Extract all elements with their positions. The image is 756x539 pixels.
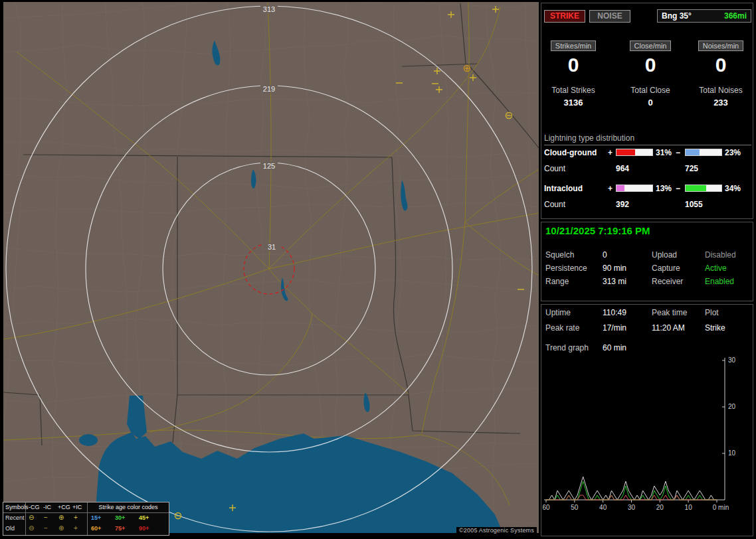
pos-cg-icon: ⊕ <box>58 514 64 521</box>
ic-positive-bar <box>616 185 653 192</box>
bearing-distance-display: Bng 35° 366mi <box>657 9 751 23</box>
legend-symbols-header: Symbols <box>5 504 29 510</box>
lightning-map[interactable]: 31321912531 <box>3 2 539 533</box>
counters-section: STRIKE NOISE Bng 35° 366mi Strikes/min C… <box>541 3 753 219</box>
cg-negative-bar <box>685 149 722 156</box>
app-window: 31321912531 Symbols -CG -IC +CG +IC Stri… <box>0 0 756 539</box>
capture-label: Capture <box>652 264 680 273</box>
stats-trend-section: Uptime 110:49 Peak time Plot Peak rate 1… <box>541 304 753 536</box>
total-strikes-label: Total Strikes <box>541 86 605 95</box>
squelch-value: 0 <box>603 250 607 260</box>
bearing-value: Bng 35° <box>662 11 692 21</box>
trend-window-value: 60 min <box>603 343 626 352</box>
minus-sign: − <box>676 184 680 193</box>
neg-cg-icon: ⊖ <box>29 525 34 532</box>
svg-text:60: 60 <box>543 504 550 511</box>
svg-text:50: 50 <box>571 504 579 511</box>
age-code-45: 45+ <box>139 514 149 521</box>
capture-status: Active <box>705 264 727 273</box>
plus-sign: + <box>608 184 613 193</box>
receiver-label: Receiver <box>652 277 683 286</box>
persistence-value: 90 min <box>603 264 626 273</box>
uptime-value: 110:49 <box>603 308 626 317</box>
status-section: 10/21/2025 7:19:16 PM Squelch 0 Upload D… <box>541 222 753 301</box>
trend-graph-label: Trend graph <box>545 343 589 352</box>
count-label: Count <box>544 164 565 173</box>
svg-text:219: 219 <box>263 85 275 93</box>
cloud-ground-row: Cloud-ground + 31% − 23% <box>544 148 751 157</box>
plot-label: Plot <box>705 308 719 317</box>
svg-text:40: 40 <box>599 504 607 511</box>
svg-text:20: 20 <box>728 403 736 410</box>
strike-indicator-button[interactable]: STRIKE <box>544 10 585 23</box>
cg-positive-percent: 31% <box>656 148 672 157</box>
peak-rate-value: 17/min <box>603 323 626 333</box>
strikes-per-min-value: 0 <box>541 54 605 76</box>
distance-value: 366mi <box>724 11 747 21</box>
total-noises-value: 233 <box>689 98 753 108</box>
legend-row-old-label: Old <box>5 525 15 532</box>
age-code-15: 15+ <box>91 514 101 521</box>
intracloud-label: Intracloud <box>544 184 583 193</box>
cg-negative-percent: 23% <box>725 148 741 157</box>
legend-row-recent-label: Recent <box>5 514 25 521</box>
age-code-60: 60+ <box>91 525 101 532</box>
range-value: 313 mi <box>603 277 626 286</box>
cloud-ground-label: Cloud-ground <box>544 148 597 157</box>
neg-ic-icon: − <box>44 525 48 532</box>
total-close-value: 0 <box>618 98 682 108</box>
upload-label: Upload <box>652 250 677 260</box>
cg-positive-bar <box>616 149 653 156</box>
svg-text:30: 30 <box>728 356 736 364</box>
range-label: Range <box>545 277 569 286</box>
trend-series-total-strikes <box>546 477 717 500</box>
age-code-30: 30+ <box>115 514 125 521</box>
copyright-text: ©2005 Astrogenic Systems <box>456 527 537 534</box>
close-per-min-value: 0 <box>618 54 682 76</box>
noises-per-min-label: Noises/min <box>698 40 743 51</box>
age-code-75: 75+ <box>115 525 125 532</box>
intracloud-row: Intracloud + 13% − 34% <box>544 184 751 193</box>
svg-text:125: 125 <box>263 162 275 170</box>
svg-text:0 min: 0 min <box>713 504 729 511</box>
strikes-per-min-label: Strikes/min <box>551 40 596 51</box>
cg-negative-count: 725 <box>685 164 698 173</box>
uptime-label: Uptime <box>545 308 571 317</box>
noise-indicator-button[interactable]: NOISE <box>589 10 630 23</box>
neg-ic-icon: − <box>44 514 48 521</box>
svg-text:20: 20 <box>656 504 664 511</box>
close-per-min-label: Close/min <box>630 40 672 51</box>
minus-sign: − <box>676 148 680 157</box>
trend-series-cloud-ground <box>546 495 717 500</box>
persistence-label: Persistence <box>545 264 587 273</box>
pos-cg-icon: ⊕ <box>58 525 64 532</box>
total-close-label: Total Close <box>618 86 682 95</box>
svg-text:10: 10 <box>728 449 736 457</box>
count-label: Count <box>544 200 565 209</box>
peak-time-value: 11:20 AM <box>652 323 685 333</box>
squelch-label: Squelch <box>545 250 574 260</box>
plus-sign: + <box>608 148 613 157</box>
distribution-title: Lightning type distribution <box>544 133 751 145</box>
age-code-90: 90+ <box>139 525 149 532</box>
legend-col-pcg: +CG <box>58 504 70 510</box>
legend-divider <box>3 512 169 513</box>
plot-value: Strike <box>705 323 725 333</box>
svg-text:30: 30 <box>628 504 636 511</box>
ic-positive-percent: 13% <box>656 184 672 193</box>
peak-time-label: Peak time <box>652 308 687 317</box>
ic-negative-bar <box>685 185 722 192</box>
pos-ic-icon: + <box>74 514 78 521</box>
svg-text:10: 10 <box>685 504 693 511</box>
strike-legend: Symbols -CG -IC +CG +IC Strike age color… <box>3 502 169 536</box>
map-area[interactable]: 31321912531 <box>3 2 539 533</box>
receiver-status: Enabled <box>705 277 734 286</box>
ic-positive-count: 392 <box>616 200 629 209</box>
legend-age-header: Strike age color codes <box>88 504 168 510</box>
total-noises-label: Total Noises <box>689 86 753 95</box>
legend-col-nic: -IC <box>43 504 51 510</box>
upload-status: Disabled <box>705 250 736 260</box>
pos-ic-icon: + <box>74 525 78 532</box>
noises-per-min-value: 0 <box>689 54 753 76</box>
ic-negative-percent: 34% <box>725 184 741 193</box>
